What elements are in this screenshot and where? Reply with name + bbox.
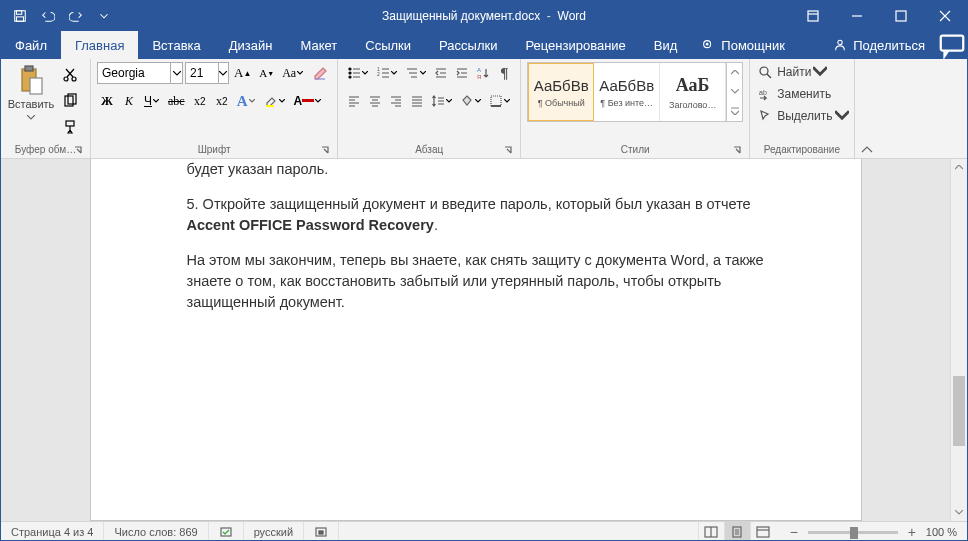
close-button[interactable] xyxy=(923,1,967,31)
gallery-more-button[interactable] xyxy=(727,102,742,121)
zoom-slider[interactable] xyxy=(808,531,898,534)
document-page[interactable]: будет указан пароль. 5. Откройте защищен… xyxy=(90,159,862,521)
highlight-button[interactable] xyxy=(261,90,289,112)
style-no-spacing[interactable]: АаБбВв ¶ Без инте… xyxy=(594,63,660,121)
save-button[interactable] xyxy=(7,3,33,29)
bullets-button[interactable] xyxy=(344,62,372,84)
collapse-ribbon-button[interactable] xyxy=(855,59,879,158)
tab-mailings[interactable]: Рассылки xyxy=(425,31,511,59)
font-size-input[interactable] xyxy=(186,66,218,80)
numbering-button[interactable]: 12 xyxy=(373,62,401,84)
line-spacing-button[interactable] xyxy=(428,90,456,112)
change-case-button[interactable]: Aa xyxy=(279,62,307,84)
style-normal[interactable]: АаБбВв ¶ Обычный xyxy=(528,63,594,121)
grow-font-button[interactable]: A▲ xyxy=(231,62,254,84)
tab-references[interactable]: Ссылки xyxy=(351,31,425,59)
undo-button[interactable] xyxy=(35,3,61,29)
decrease-indent-button[interactable] xyxy=(431,62,451,84)
align-center-button[interactable] xyxy=(365,90,385,112)
svg-rect-4 xyxy=(896,11,906,21)
maximize-button[interactable] xyxy=(879,1,923,31)
font-color-button[interactable]: A xyxy=(291,90,326,112)
italic-button[interactable]: К xyxy=(119,90,139,112)
zoom-in-button[interactable]: + xyxy=(904,524,920,540)
scrollbar-thumb[interactable] xyxy=(953,376,965,446)
share-button[interactable]: Поделиться xyxy=(821,31,937,59)
scroll-down-button[interactable] xyxy=(951,504,967,521)
vertical-scrollbar[interactable] xyxy=(950,159,967,521)
tell-me-box[interactable]: Помощник xyxy=(691,31,795,59)
svg-rect-8 xyxy=(941,36,964,51)
paste-button[interactable]: Вставить xyxy=(7,62,55,124)
font-name-dropdown[interactable] xyxy=(170,63,182,83)
tab-design[interactable]: Дизайн xyxy=(215,31,287,59)
align-left-button[interactable] xyxy=(344,90,364,112)
zoom-level[interactable]: 100 % xyxy=(926,526,957,538)
comments-button[interactable] xyxy=(937,31,967,59)
text-effects-button[interactable]: A xyxy=(234,90,259,112)
font-size-dropdown[interactable] xyxy=(218,63,228,83)
align-right-button[interactable] xyxy=(386,90,406,112)
tab-layout[interactable]: Макет xyxy=(286,31,351,59)
ribbon: Вставить Буфер обм… A▲ A▼ Aa xyxy=(1,59,967,159)
multilevel-list-button[interactable] xyxy=(402,62,430,84)
underline-button[interactable]: Ч xyxy=(141,90,163,112)
ribbon-display-button[interactable] xyxy=(791,1,835,31)
tab-insert[interactable]: Вставка xyxy=(138,31,214,59)
show-marks-button[interactable]: ¶ xyxy=(494,62,514,84)
font-name-combo[interactable] xyxy=(97,62,183,84)
scroll-up-button[interactable] xyxy=(951,159,967,176)
zoom-slider-thumb[interactable] xyxy=(850,527,858,539)
document-text: будет указан пароль. xyxy=(187,159,765,180)
borders-button[interactable] xyxy=(486,90,514,112)
paragraph-launcher[interactable] xyxy=(502,145,514,157)
tab-view[interactable]: Вид xyxy=(640,31,692,59)
svg-rect-3 xyxy=(808,11,818,21)
svg-rect-17 xyxy=(266,105,274,107)
strikethrough-button[interactable]: abc xyxy=(165,90,188,112)
styles-launcher[interactable] xyxy=(731,145,743,157)
qat-customize-button[interactable] xyxy=(91,3,117,29)
format-painter-button[interactable] xyxy=(59,116,81,138)
clipboard-launcher[interactable] xyxy=(72,145,84,157)
cut-button[interactable] xyxy=(59,64,81,86)
ribbon-tabs: Файл Главная Вставка Дизайн Макет Ссылки… xyxy=(1,31,967,59)
shading-button[interactable] xyxy=(457,90,485,112)
print-layout-button[interactable] xyxy=(724,522,750,542)
svg-point-6 xyxy=(706,43,709,46)
tab-home[interactable]: Главная xyxy=(61,31,138,59)
zoom-out-button[interactable]: − xyxy=(786,524,802,540)
sort-button[interactable]: AЯ xyxy=(473,62,493,84)
gallery-up-button[interactable] xyxy=(727,63,742,82)
replace-button[interactable]: abЗаменить xyxy=(756,84,847,104)
macro-status[interactable] xyxy=(304,522,339,541)
superscript-button[interactable]: x2 xyxy=(212,90,232,112)
spellcheck-status[interactable] xyxy=(209,522,244,541)
word-count-status[interactable]: Число слов: 869 xyxy=(104,522,208,541)
font-launcher[interactable] xyxy=(319,145,331,157)
font-name-input[interactable] xyxy=(98,66,170,80)
tab-file[interactable]: Файл xyxy=(1,31,61,59)
gallery-down-button[interactable] xyxy=(727,82,742,101)
page-number-status[interactable]: Страница 4 из 4 xyxy=(1,522,104,541)
svg-text:A: A xyxy=(477,67,481,73)
clear-formatting-button[interactable] xyxy=(309,62,331,84)
minimize-button[interactable] xyxy=(835,1,879,31)
svg-point-7 xyxy=(838,40,842,44)
tab-review[interactable]: Рецензирование xyxy=(511,31,639,59)
style-heading1[interactable]: АаБ Заголово… xyxy=(660,63,726,121)
justify-button[interactable] xyxy=(407,90,427,112)
font-size-combo[interactable] xyxy=(185,62,229,84)
bold-button[interactable]: Ж xyxy=(97,90,117,112)
subscript-button[interactable]: x2 xyxy=(190,90,210,112)
increase-indent-button[interactable] xyxy=(452,62,472,84)
copy-button[interactable] xyxy=(59,90,81,112)
web-layout-button[interactable] xyxy=(750,522,776,542)
read-mode-button[interactable] xyxy=(698,522,724,542)
redo-button[interactable] xyxy=(63,3,89,29)
find-button[interactable]: Найти xyxy=(756,62,847,82)
select-button[interactable]: Выделить xyxy=(756,106,847,126)
language-status[interactable]: русский xyxy=(244,522,304,541)
shrink-font-button[interactable]: A▼ xyxy=(256,62,277,84)
svg-text:ab: ab xyxy=(759,89,767,96)
